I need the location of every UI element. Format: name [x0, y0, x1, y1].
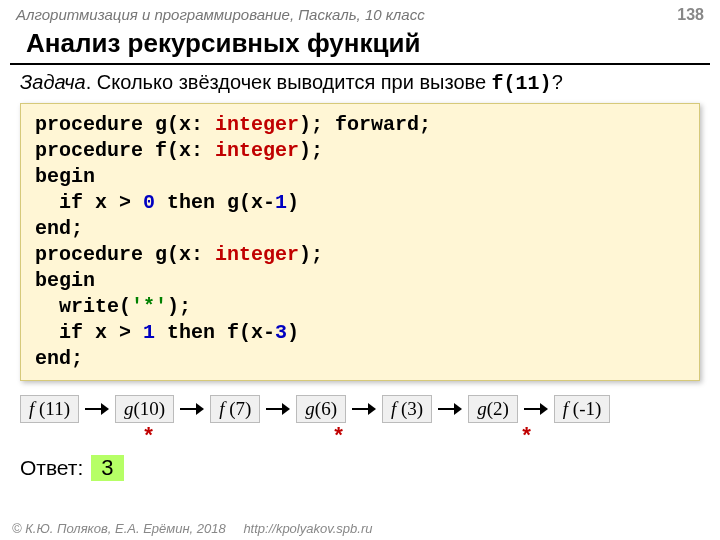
code-text: procedure g(x:: [35, 113, 215, 136]
code-text: begin: [35, 165, 95, 188]
code-text: ): [287, 191, 299, 214]
code-text: if x >: [35, 191, 143, 214]
code-text: ): [287, 321, 299, 344]
trace-call: f (-1): [554, 395, 611, 423]
trace-arg: (10): [133, 398, 165, 419]
code-text: then f(x-: [155, 321, 275, 344]
answer-value: 3: [91, 455, 123, 481]
trace-call: g(10): [115, 395, 174, 423]
code-text: then g(x-: [155, 191, 275, 214]
code-number: 1: [143, 321, 155, 344]
star: *: [142, 425, 155, 450]
trace-arg: (11): [39, 398, 70, 419]
page-title: Анализ рекурсивных функций: [10, 26, 710, 65]
trace-arg: (3): [401, 398, 423, 419]
task-body: . Сколько звёздочек выводится при вызове: [86, 71, 492, 93]
trace-fn: f: [219, 398, 229, 419]
code-text: procedure f(x:: [35, 139, 215, 162]
trace-arg: (2): [487, 398, 509, 419]
arrow-icon: [524, 403, 548, 415]
copyright: © К.Ю. Поляков, Е.А. Ерёмин, 2018: [12, 521, 226, 536]
task-qmark: ?: [552, 71, 563, 93]
trace-call: f (11): [20, 395, 79, 423]
trace-arg: (6): [315, 398, 337, 419]
code-string: '*': [131, 295, 167, 318]
trace-fn: f: [391, 398, 401, 419]
slide-footer: © К.Ю. Поляков, Е.А. Ерёмин, 2018 http:/…: [12, 521, 372, 536]
trace-call: f (3): [382, 395, 432, 423]
code-text: write(: [35, 295, 131, 318]
trace-call: g(2): [468, 395, 518, 423]
trace-call: f (7): [210, 395, 260, 423]
code-text: );: [299, 243, 323, 266]
code-text: procedure g(x:: [35, 243, 215, 266]
trace-fn: f: [29, 398, 39, 419]
code-block: procedure g(x: integer); forward; proced…: [20, 103, 700, 381]
course-name: Алгоритмизация и программирование, Паска…: [16, 6, 425, 23]
trace-arg: (-1): [573, 398, 601, 419]
arrow-icon: [266, 403, 290, 415]
arrow-icon: [352, 403, 376, 415]
code-text: end;: [35, 347, 83, 370]
code-keyword: integer: [215, 139, 299, 162]
task-call: f(11): [492, 72, 552, 95]
code-text: );: [167, 295, 191, 318]
trace-call: g(6): [296, 395, 346, 423]
arrow-icon: [180, 403, 204, 415]
code-keyword: integer: [215, 113, 299, 136]
trace-fn: f: [563, 398, 573, 419]
call-trace: f (11) g(10) f (7) g(6) f (3) g(2) f (-1…: [0, 391, 720, 425]
code-number: 3: [275, 321, 287, 344]
code-text: end;: [35, 217, 83, 240]
footer-url: http://kpolyakov.spb.ru: [243, 521, 372, 536]
trace-fn: g: [477, 398, 487, 419]
task-text: Задача. Сколько звёздочек выводится при …: [0, 71, 720, 101]
code-number: 1: [275, 191, 287, 214]
page-number: 138: [677, 6, 704, 24]
code-number: 0: [143, 191, 155, 214]
code-keyword: integer: [215, 243, 299, 266]
code-text: begin: [35, 269, 95, 292]
star: *: [520, 425, 533, 450]
trace-fn: g: [305, 398, 315, 419]
code-text: );: [299, 139, 323, 162]
code-text: ); forward;: [299, 113, 431, 136]
arrow-icon: [85, 403, 109, 415]
answer-row: Ответ: 3: [0, 449, 720, 487]
star: *: [332, 425, 345, 450]
stars-row: * * *: [0, 425, 720, 449]
trace-arg: (7): [229, 398, 251, 419]
answer-label: Ответ:: [20, 456, 83, 480]
code-text: if x >: [35, 321, 143, 344]
slide-header: Алгоритмизация и программирование, Паска…: [0, 0, 720, 26]
task-label: Задача: [20, 71, 86, 93]
arrow-icon: [438, 403, 462, 415]
